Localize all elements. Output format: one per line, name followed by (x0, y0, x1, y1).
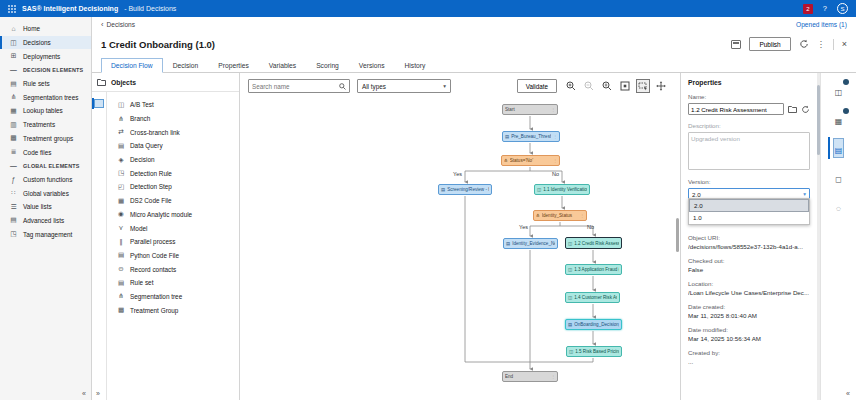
sidebar-item-segmentation-trees[interactable]: ⋔Segmentation trees (0, 90, 91, 104)
flow-node-application-fraud[interactable]: ◫1.3 Application Fraud (1.0) (565, 264, 622, 275)
window-icon[interactable] (731, 40, 741, 49)
publish-button[interactable]: Publish (749, 37, 790, 51)
sidebar-item-rule-sets[interactable]: ▤Rule sets (0, 77, 91, 91)
close-icon[interactable]: × (842, 39, 847, 49)
object-item-rule-set[interactable]: ▤Rule set (107, 276, 239, 290)
rail-data-panel[interactable]: ▦ (835, 110, 843, 128)
help-icon[interactable]: ? (823, 4, 827, 13)
pan-icon[interactable] (654, 79, 668, 93)
sidebar-item-tag-management[interactable]: ◳Tag management (0, 227, 91, 241)
sidebar-item-global-variables[interactable]: ∷Global variables (0, 186, 91, 200)
flow-diagram[interactable]: Start⋮ ▤Pre_Bureau_Thresholds_All...⋮ ⋔S… (240, 98, 680, 400)
sidebar-item-treatment-groups[interactable]: ▩Treatment groups (0, 132, 91, 146)
object-item-cross-branch-link[interactable]: ⇄Cross-branch link (107, 125, 239, 139)
sidebar-item-deployments[interactable]: ⊞Deployments (0, 49, 91, 63)
tab-decision[interactable]: Decision (163, 58, 209, 74)
app-switcher-icon[interactable] (8, 5, 16, 13)
version-option-2-0[interactable]: 2.0 (689, 199, 809, 212)
object-item-ab-test[interactable]: ◫A/B Test (107, 98, 239, 112)
tab-decision-flow[interactable]: Decision Flow (101, 58, 163, 74)
tab-versions[interactable]: Versions (349, 58, 395, 74)
sidebar-item-custom-functions[interactable]: ƒCustom functions (0, 173, 91, 187)
breadcrumb[interactable]: Decisions (107, 21, 136, 28)
object-item-record-contacts[interactable]: ⊙Record contacts (107, 262, 239, 276)
zoom-out-icon[interactable] (582, 79, 596, 93)
object-item-detection-step[interactable]: ◰Detection Step (107, 180, 239, 194)
folder-browse-icon[interactable] (788, 105, 797, 113)
flow-node-label: Status='No' (510, 158, 551, 163)
palette-tab-icon[interactable] (94, 99, 104, 108)
properties-collapse-icon[interactable]: « (846, 390, 850, 397)
tab-properties[interactable]: Properties (208, 58, 258, 74)
object-item-data-query[interactable]: ▤Data Query (107, 139, 239, 153)
flow-node-onboarding-decision[interactable]: ▤OnBoarding_Decision_All... (565, 319, 622, 330)
more-options-icon[interactable]: ⋮ (817, 40, 825, 49)
validate-button[interactable]: Validate (517, 79, 557, 93)
decision-icon: ◫ (568, 241, 572, 246)
flow-node-branch-status[interactable]: ⋔Status='No'⋮ (501, 155, 560, 166)
version-option-1-0[interactable]: 1.0 (689, 212, 809, 225)
sidebar-item-code-files[interactable]: ≣Code files (0, 145, 91, 159)
object-item-ds2-code-file[interactable]: ▦DS2 Code File (107, 194, 239, 208)
rail-variables-panel[interactable]: ◫ (835, 81, 843, 99)
flow-node-screening-review[interactable]: ▤Screening/Review - High R... (438, 184, 492, 195)
sidebar-item-label: Lookup tables (23, 107, 63, 114)
canvas-scrollbar[interactable] (676, 218, 679, 252)
segmentation-trees-icon: ⋔ (9, 93, 18, 101)
object-item-treatment-group[interactable]: ▩Treatment Group (107, 303, 239, 317)
sidebar-item-lookup-tables[interactable]: ▦Lookup tables (0, 104, 91, 118)
flow-node-identity-evidence[interactable]: ▤Identity_Evidence_Needed... (503, 238, 558, 249)
flow-node-identity-status[interactable]: ⋔Identity_Status⋮ (533, 210, 587, 221)
user-avatar[interactable]: S (837, 3, 848, 14)
object-item-detection-rule[interactable]: ◳Detection Rule (107, 166, 239, 180)
home-icon: ⌂ (9, 25, 18, 32)
sidebar-item-decisions[interactable]: ◫Decisions (0, 36, 91, 50)
tab-scoring[interactable]: Scoring (306, 58, 349, 74)
notification-badge[interactable]: 2 (803, 4, 813, 14)
objects-expand-icon[interactable]: » (96, 390, 100, 397)
rail-comments-panel[interactable]: ◌ (836, 197, 841, 215)
flow-node-label: 1.2 Credit Risk Assessment... (574, 241, 619, 246)
object-item-branch[interactable]: ⋔Branch (107, 112, 239, 126)
fit-to-window-icon[interactable] (618, 79, 632, 93)
sidebar-item-value-lists[interactable]: ☰Value lists (0, 200, 91, 214)
description-label: Description: (688, 122, 810, 129)
zoom-reset-icon[interactable] (600, 79, 614, 93)
sidebar-collapse-icon[interactable]: « (82, 390, 86, 397)
zoom-in-icon[interactable] (564, 79, 578, 93)
object-item-decision[interactable]: ◈Decision (107, 153, 239, 167)
object-item-python-code-file[interactable]: ▤Python Code File (107, 249, 239, 263)
created-by-value: ... (688, 358, 810, 365)
name-input[interactable] (688, 103, 784, 115)
flow-node-label: 1.3 Application Fraud (1.0) (574, 267, 619, 272)
object-item-micro-analytic-module[interactable]: ◉Micro Analytic module (107, 208, 239, 222)
flow-node-credit-risk-assessment[interactable]: ◫1.2 Credit Risk Assessment... (565, 237, 622, 249)
marquee-select-icon[interactable] (636, 79, 650, 93)
sidebar-section-decision-elements: —DECISION ELEMENTS (0, 63, 91, 77)
flow-node-pre-bureau-thresholds[interactable]: ▤Pre_Bureau_Thresholds_All...⋮ (502, 131, 560, 142)
object-item-parallel-process[interactable]: ∥Parallel process (107, 235, 239, 249)
version-label: Version: (688, 178, 810, 185)
sidebar-item-home[interactable]: ⌂Home (0, 22, 91, 36)
back-icon[interactable]: ‹ (101, 20, 104, 29)
flow-node-end[interactable]: End⋮ (502, 371, 558, 382)
search-input[interactable] (252, 83, 339, 90)
description-textarea[interactable] (688, 132, 810, 170)
flow-node-identity-verification[interactable]: ◫1.1 Identity Verification (1.0) (534, 184, 590, 195)
flow-node-start[interactable]: Start⋮ (502, 104, 558, 115)
refresh-icon[interactable] (799, 39, 809, 49)
rail-properties-panel[interactable]: ▤ (834, 139, 844, 157)
rail-notes-panel[interactable]: ◻ (835, 168, 842, 186)
type-filter-select[interactable]: All types ▾ (357, 79, 451, 93)
flow-node-risk-based-pricing[interactable]: ◫1.5 Risk Based Pricing (1.0) (566, 346, 622, 357)
reset-name-icon[interactable] (801, 105, 810, 114)
app-context: - Build Decisions (124, 5, 176, 12)
object-item-segmentation-tree[interactable]: ⋔Segmentation tree (107, 290, 239, 304)
object-item-model[interactable]: ⋎Model (107, 221, 239, 235)
opened-items-link[interactable]: Opened items (1) (796, 21, 847, 28)
tab-variables[interactable]: Variables (259, 58, 306, 74)
flow-node-customer-risk-assessment[interactable]: ◫1.4 Customer Risk Assess... (565, 292, 620, 303)
sidebar-item-treatments[interactable]: ▥Treatments (0, 118, 91, 132)
tab-history[interactable]: History (395, 58, 436, 74)
sidebar-item-advanced-lists[interactable]: ▤Advanced lists (0, 214, 91, 228)
